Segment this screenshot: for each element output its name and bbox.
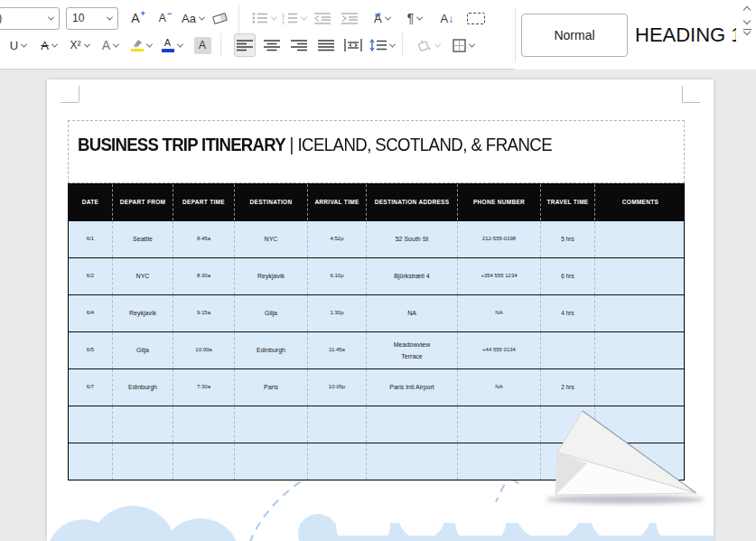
cell-destination-address[interactable]: 52 South St	[366, 221, 457, 257]
font-name-combobox[interactable]: Body)	[0, 7, 60, 30]
decrease-indent-button[interactable]	[312, 6, 333, 30]
cell-destination[interactable]	[234, 406, 307, 443]
clear-formatting-button[interactable]	[210, 6, 231, 30]
increase-indent-button[interactable]	[339, 6, 360, 30]
cell-destination[interactable]: NYC	[234, 221, 307, 257]
header-phone-number: PHONE NUMBER	[457, 184, 540, 220]
cell-destination[interactable]: Gilja	[234, 295, 307, 331]
cell-depart-time[interactable]: 7:30a	[173, 369, 234, 406]
cell-phone-number[interactable]: +354 555 1234	[457, 258, 540, 294]
cell-arrival-time[interactable]: 1:30p	[307, 295, 366, 331]
cell-destination-address[interactable]	[366, 443, 457, 480]
font-size-combobox[interactable]: 10	[66, 7, 118, 30]
cell-depart-from[interactable]: Gilja	[112, 332, 173, 368]
shading-button[interactable]	[415, 33, 440, 57]
highlight-button[interactable]	[130, 33, 152, 57]
table-row[interactable]: 6/1 Seattle 8:45a NYC 4:52p 52 South St …	[69, 220, 684, 257]
cell-comments[interactable]	[594, 295, 686, 331]
cell-date[interactable]	[69, 406, 112, 443]
change-case-button[interactable]: Aa	[182, 6, 204, 30]
cell-destination[interactable]	[234, 443, 307, 480]
document-page[interactable]: BUSINESS TRIP ITINERARY | ICELAND, SCOTL…	[47, 79, 714, 541]
font-color-button[interactable]: A	[161, 33, 182, 57]
cell-depart-from[interactable]: Reykjavik	[112, 295, 173, 331]
numbering-button[interactable]: 123	[282, 6, 306, 30]
cell-travel-time[interactable]: 6 hrs	[540, 258, 594, 294]
cell-depart-time[interactable]: 8:30a	[173, 258, 234, 294]
document-canvas[interactable]: BUSINESS TRIP ITINERARY | ICELAND, SCOTL…	[0, 70, 756, 541]
cell-travel-time[interactable]: 4 hrs	[540, 295, 594, 331]
underline-button[interactable]: U	[7, 33, 29, 57]
cell-phone-number[interactable]	[457, 443, 540, 480]
character-shading-button[interactable]: A	[191, 33, 213, 57]
style-heading1[interactable]: HEADING 1	[635, 14, 736, 57]
cell-destination-address[interactable]: Paris Intl Airport	[366, 369, 457, 406]
cell-depart-from[interactable]: Edinburgh	[112, 369, 173, 406]
cell-depart-from[interactable]	[112, 406, 173, 443]
table-row[interactable]: 6/5 Gilja 10:00a Edinburgh 11:45a Meadow…	[69, 331, 684, 368]
formatting-marks-button[interactable]	[465, 6, 487, 30]
cell-depart-time[interactable]	[173, 406, 234, 443]
gallery-scroll-down-button[interactable]	[743, 17, 751, 24]
cell-date[interactable]: 6/5	[69, 332, 112, 368]
cell-comments[interactable]	[594, 258, 686, 294]
table-row[interactable]: 6/4 Reykjavik 9:15a Gilja 1:30p NA NA 4 …	[69, 294, 684, 331]
bullets-button[interactable]	[252, 6, 276, 30]
gallery-more-button[interactable]	[743, 29, 751, 34]
cell-depart-time[interactable]	[173, 443, 234, 480]
grow-font-button[interactable]: A+	[127, 6, 149, 30]
distributed-button[interactable]	[342, 33, 364, 57]
justify-button[interactable]	[315, 33, 337, 57]
cell-destination-address[interactable]: Björkstræti 4	[366, 258, 457, 294]
style-normal[interactable]: Normal	[521, 14, 628, 57]
cell-depart-from[interactable]	[112, 443, 173, 480]
cell-phone-number[interactable]: NA	[457, 295, 540, 331]
highlighter-icon	[131, 39, 144, 52]
shrink-font-button[interactable]: A−	[154, 6, 176, 30]
cell-phone-number[interactable]: 212-555-0198	[457, 221, 540, 257]
cell-depart-from[interactable]: Seattle	[112, 221, 173, 257]
cell-destination-address[interactable]	[366, 406, 457, 443]
cell-arrival-time[interactable]: 11:45a	[307, 332, 366, 368]
cell-arrival-time[interactable]	[307, 443, 366, 480]
cell-phone-number[interactable]	[457, 406, 540, 443]
cell-date[interactable]: 6/2	[69, 258, 112, 294]
cell-destination[interactable]: Reykjavik	[234, 258, 307, 294]
cell-date[interactable]	[69, 443, 112, 480]
table-row[interactable]: 6/2 NYC 8:30a Reykjavik 6:10p Björkstræt…	[69, 257, 684, 294]
superscript-button[interactable]: X²	[69, 33, 90, 57]
cell-depart-time[interactable]: 9:15a	[173, 295, 234, 331]
cell-arrival-time[interactable]	[307, 406, 366, 443]
cell-depart-time[interactable]: 10:00a	[173, 332, 234, 368]
gallery-scroll-up-button[interactable]	[743, 6, 751, 14]
cell-arrival-time[interactable]: 4:52p	[307, 221, 366, 257]
text-direction-button[interactable]: ⇄A	[371, 6, 393, 30]
align-left-button[interactable]	[234, 33, 256, 57]
cell-depart-from[interactable]: NYC	[112, 258, 173, 294]
strikethrough-button[interactable]: A	[38, 33, 60, 57]
cell-phone-number[interactable]: +44 555 0134	[457, 332, 540, 368]
title-textbox[interactable]: BUSINESS TRIP ITINERARY | ICELAND, SCOTL…	[68, 120, 685, 183]
borders-button[interactable]	[453, 33, 474, 57]
cell-destination-address[interactable]: Meadowview Terrace	[366, 332, 457, 368]
cell-comments[interactable]	[594, 221, 686, 257]
cell-date[interactable]: 6/7	[69, 369, 112, 406]
cell-travel-time[interactable]: 5 hrs	[540, 221, 594, 257]
cell-destination[interactable]: Edinburgh	[234, 332, 307, 368]
cell-arrival-time[interactable]: 10:05p	[307, 369, 366, 406]
line-spacing-button[interactable]	[369, 33, 395, 57]
cell-comments[interactable]	[594, 332, 686, 368]
cell-destination[interactable]: Paris	[234, 369, 307, 406]
align-right-button[interactable]	[288, 33, 310, 57]
text-effects-button[interactable]: A	[99, 33, 121, 57]
cell-depart-time[interactable]: 8:45a	[173, 221, 234, 257]
sort-button[interactable]: A↓	[436, 6, 458, 30]
cell-arrival-time[interactable]: 6:10p	[307, 258, 366, 294]
cell-date[interactable]: 6/4	[69, 295, 112, 331]
cell-phone-number[interactable]: NA	[457, 369, 540, 406]
cell-date[interactable]: 6/1	[69, 221, 112, 257]
align-center-button[interactable]	[261, 33, 283, 57]
paragraph-mark-button[interactable]: ¶	[404, 6, 425, 30]
cell-travel-time[interactable]	[540, 332, 594, 368]
cell-destination-address[interactable]: NA	[366, 295, 457, 331]
